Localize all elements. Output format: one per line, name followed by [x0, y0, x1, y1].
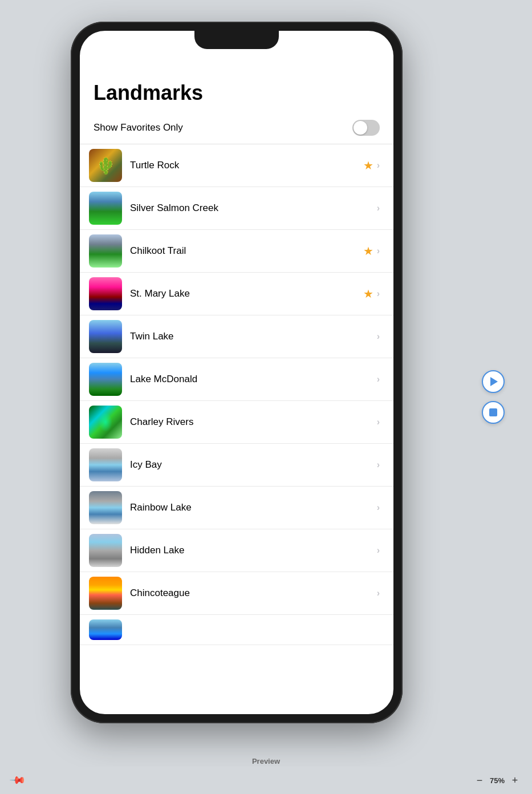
- stop-icon: [489, 408, 497, 416]
- item-right-chincoteague: ›: [377, 588, 380, 598]
- list-item[interactable]: Turtle Rock ★ ›: [80, 144, 393, 187]
- favorite-star-st-mary: ★: [363, 287, 373, 301]
- landmark-name-lake-mcdonald: Lake McDonald: [130, 374, 377, 385]
- favorites-toggle[interactable]: [352, 120, 380, 136]
- list-item[interactable]: Chincoteague ›: [80, 572, 393, 615]
- landmark-name-silver-salmon-creek: Silver Salmon Creek: [130, 202, 377, 214]
- play-button[interactable]: [482, 370, 505, 393]
- page-title: Landmarks: [80, 72, 393, 112]
- list-item-partial[interactable]: [80, 615, 393, 645]
- landmark-name-rainbow-lake: Rainbow Lake: [130, 502, 377, 513]
- landmark-name-chincoteague: Chincoteague: [130, 588, 377, 599]
- chevron-icon-lake-mcdonald: ›: [377, 374, 380, 384]
- chevron-icon-hidden-lake: ›: [377, 545, 380, 556]
- pin-icon: 📌: [9, 771, 26, 789]
- list-item[interactable]: Twin Lake ›: [80, 315, 393, 358]
- item-right-hidden-lake: ›: [377, 545, 380, 556]
- list-item[interactable]: Icy Bay ›: [80, 444, 393, 487]
- zoom-out-button[interactable]: −: [474, 775, 485, 787]
- landmark-image-chilkoot-trail: [89, 234, 122, 268]
- list-item[interactable]: St. Mary Lake ★ ›: [80, 273, 393, 315]
- zoom-in-button[interactable]: +: [509, 775, 521, 787]
- favorites-row[interactable]: Show Favorites Only: [80, 112, 393, 144]
- landmark-image-hidden-lake: [89, 534, 122, 567]
- chevron-icon-st-mary: ›: [377, 289, 380, 299]
- landmark-image-rainbow-lake: [89, 491, 122, 524]
- item-right-charley-rivers: ›: [377, 417, 380, 427]
- item-right-twin-lake: ›: [377, 331, 380, 342]
- list-item[interactable]: Chilkoot Trail ★ ›: [80, 230, 393, 273]
- favorite-star-chilkoot: ★: [363, 244, 373, 258]
- chevron-icon-silver-salmon: ›: [377, 203, 380, 213]
- landmark-name-turtle-rock: Turtle Rock: [130, 160, 363, 171]
- favorites-label: Show Favorites Only: [94, 122, 183, 133]
- play-icon: [490, 377, 498, 386]
- zoom-controls: − 75% +: [474, 775, 521, 787]
- item-right-silver-salmon: ›: [377, 203, 380, 213]
- landmark-image-chincoteague: [89, 577, 122, 610]
- item-right-chilkoot: ★ ›: [363, 244, 380, 258]
- bottom-toolbar: 📌 − 75% +: [0, 767, 532, 794]
- preview-label: Preview: [252, 757, 280, 765]
- list-item[interactable]: Silver Salmon Creek ›: [80, 187, 393, 230]
- landmark-name-charley-rivers: Charley Rivers: [130, 416, 377, 428]
- list-item[interactable]: Lake McDonald ›: [80, 358, 393, 401]
- chevron-icon-twin-lake: ›: [377, 331, 380, 342]
- landmark-image-lake-mcdonald: [89, 363, 122, 396]
- item-right-icy-bay: ›: [377, 460, 380, 470]
- stop-button[interactable]: [482, 401, 505, 424]
- landmark-image-twin-lake: [89, 320, 122, 353]
- zoom-level: 75%: [490, 776, 505, 785]
- landmark-name-hidden-lake: Hidden Lake: [130, 545, 377, 556]
- landmark-name-st-mary-lake: St. Mary Lake: [130, 288, 363, 299]
- item-right-turtle-rock: ★ ›: [363, 159, 380, 172]
- app-content: Landmarks Show Favorites Only Turtle Roc…: [80, 31, 393, 714]
- landmark-image-silver-salmon-creek: [89, 192, 122, 225]
- chevron-icon-charley-rivers: ›: [377, 417, 380, 427]
- list-item[interactable]: Hidden Lake ›: [80, 529, 393, 572]
- landmark-name-twin-lake: Twin Lake: [130, 331, 377, 342]
- list-item[interactable]: Rainbow Lake ›: [80, 487, 393, 529]
- landmark-image-last: [89, 619, 122, 640]
- landmark-image-charley-rivers: [89, 406, 122, 439]
- toggle-knob: [354, 121, 367, 135]
- landmarks-list: Turtle Rock ★ › Silver Salmon Creek ›: [80, 144, 393, 645]
- chevron-icon-turtle-rock: ›: [377, 160, 380, 171]
- chevron-icon-chilkoot: ›: [377, 246, 380, 256]
- landmark-image-turtle-rock: [89, 149, 122, 182]
- landmark-image-st-mary-lake: [89, 277, 122, 310]
- item-right-rainbow-lake: ›: [377, 503, 380, 513]
- item-right-lake-mcdonald: ›: [377, 374, 380, 384]
- landmark-name-chilkoot-trail: Chilkoot Trail: [130, 245, 363, 257]
- phone-frame: Landmarks Show Favorites Only Turtle Roc…: [71, 22, 403, 723]
- screen-content: Landmarks Show Favorites Only Turtle Roc…: [80, 31, 393, 714]
- landmark-image-icy-bay: [89, 448, 122, 481]
- favorite-star-turtle-rock: ★: [363, 159, 373, 172]
- side-controls: [482, 370, 505, 424]
- chevron-icon-icy-bay: ›: [377, 460, 380, 470]
- item-right-st-mary: ★ ›: [363, 287, 380, 301]
- notch: [194, 31, 279, 49]
- chevron-icon-rainbow-lake: ›: [377, 503, 380, 513]
- phone-screen: Landmarks Show Favorites Only Turtle Roc…: [80, 31, 393, 714]
- chevron-icon-chincoteague: ›: [377, 588, 380, 598]
- list-item[interactable]: Charley Rivers ›: [80, 401, 393, 444]
- landmark-name-icy-bay: Icy Bay: [130, 459, 377, 471]
